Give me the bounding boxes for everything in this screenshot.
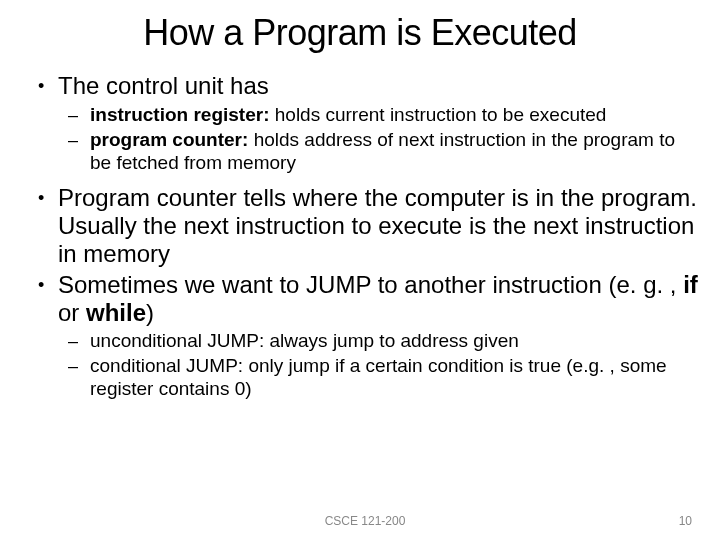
keyword-bold: if [683, 271, 698, 298]
slide-footer: CSCE 121-200 10 [0, 514, 720, 528]
bullet-level1: • The control unit has [30, 72, 700, 100]
page-number: 10 [679, 514, 692, 528]
dash-marker: – [68, 330, 90, 353]
bullet-level2: – unconditional JUMP: always jump to add… [68, 330, 700, 353]
dash-marker: – [68, 129, 90, 175]
keyword-bold: while [86, 299, 146, 326]
bullet-text: conditional JUMP: only jump if a certain… [90, 355, 700, 401]
text-fragment: Sometimes we want to JUMP to another ins… [58, 271, 683, 298]
bullet-text: Sometimes we want to JUMP to another ins… [58, 271, 700, 326]
term-desc: holds current instruction to be executed [269, 104, 606, 125]
course-code: CSCE 121-200 [285, 514, 406, 528]
term-bold: program counter: [90, 129, 248, 150]
bullet-text: Program counter tells where the computer… [58, 184, 700, 267]
bullet-text: program counter: holds address of next i… [90, 129, 700, 175]
bullet-level1: • Sometimes we want to JUMP to another i… [30, 271, 700, 326]
text-fragment: ) [146, 299, 154, 326]
bullet-text: unconditional JUMP: always jump to addre… [90, 330, 700, 353]
term-bold: instruction register: [90, 104, 269, 125]
bullet-marker: • [30, 184, 58, 267]
slide-content: • The control unit has – instruction reg… [20, 72, 700, 401]
bullet-level2: – instruction register: holds current in… [68, 104, 700, 127]
text-fragment: or [58, 299, 86, 326]
bullet-level2: – program counter: holds address of next… [68, 129, 700, 175]
dash-marker: – [68, 104, 90, 127]
bullet-text: The control unit has [58, 72, 700, 100]
bullet-text: instruction register: holds current inst… [90, 104, 700, 127]
dash-marker: – [68, 355, 90, 401]
bullet-marker: • [30, 271, 58, 326]
bullet-level1: • Program counter tells where the comput… [30, 184, 700, 267]
bullet-level2: – conditional JUMP: only jump if a certa… [68, 355, 700, 401]
slide-title: How a Program is Executed [20, 12, 700, 54]
bullet-marker: • [30, 72, 58, 100]
